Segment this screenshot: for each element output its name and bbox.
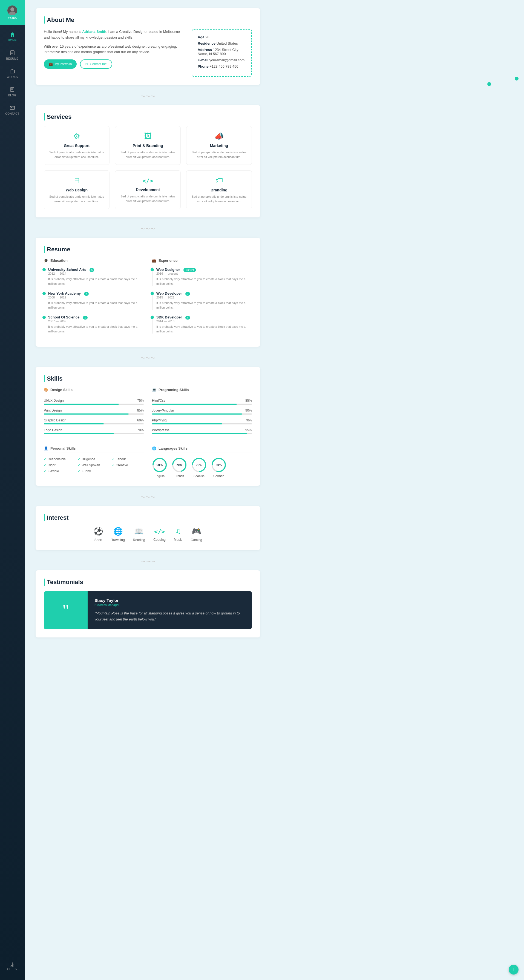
skill-percent: 70%: [137, 428, 144, 432]
interest-item[interactable]: ⚽ Sport: [94, 527, 103, 542]
info-phone: Phone +123 456 789 456: [198, 64, 246, 68]
exp-desc: It is probably very attractive to you to…: [156, 325, 252, 334]
decorative-dot-2: [515, 77, 519, 81]
skill-bar-fill: [152, 433, 247, 434]
testimonial-card: " Stacy Taylor Business Manager "Mountai…: [44, 591, 252, 629]
sidebar-item-getcv[interactable]: GET CV: [7, 958, 17, 975]
scroll-top-button[interactable]: ↑: [509, 965, 519, 975]
edu-date: 2012 — 2014: [48, 272, 144, 275]
service-title: Web Design: [48, 188, 105, 192]
sidebar-item-resume[interactable]: RESUME: [0, 46, 25, 64]
skill-percent: 90%: [245, 409, 252, 412]
resume-section: Resume 🎓 Education University School Art…: [36, 238, 260, 347]
service-title: Print & Branding: [119, 143, 176, 148]
sidebar-item-home[interactable]: HOME: [0, 27, 25, 46]
skill-name: Jquery/Angular: [152, 409, 174, 412]
skill-bar: [152, 414, 252, 415]
programming-icon: 💻: [152, 388, 156, 392]
personal-lang-grid: 👤 Personal Skills ✓Responsible✓Diligence…: [44, 446, 252, 477]
exp-title-row: Web Designer Current: [156, 267, 252, 272]
edu-title-row: School Of Science 1: [48, 315, 144, 320]
info-email: E-mail youremail@gmail.com: [198, 58, 246, 62]
personal-skill-item: ✓Labour: [112, 457, 144, 461]
svg-point-1: [10, 7, 14, 11]
skill-bar: [44, 433, 144, 434]
interest-item[interactable]: ♫ Music: [174, 527, 182, 542]
experience-item: Web Designer Current 2016 — present It i…: [152, 267, 252, 286]
interest-label: Music: [174, 538, 182, 542]
testimonial-author: Stacy Taylor: [94, 598, 245, 603]
sidebar-label-contact: CONTACT: [5, 112, 19, 115]
lang-percent: 75%: [196, 463, 202, 466]
about-section: About Me Hello there! My name is Adriana…: [36, 8, 260, 85]
personal-skill-item: ✓Rigor: [44, 463, 76, 467]
exp-desc: It is probably very attractive to you to…: [156, 277, 252, 286]
programming-skill-row: Jquery/Angular 90%: [152, 409, 252, 415]
interest-item[interactable]: 📖 Reading: [133, 527, 145, 542]
edu-title: School Of Science: [48, 315, 79, 319]
divider-5: 〜〜〜: [36, 558, 260, 565]
sidebar-item-contact[interactable]: CONTACT: [0, 101, 25, 119]
about-text: Hello there! My name is Adriana Smith. I…: [44, 29, 183, 77]
personal-skill-name: Flexible: [48, 469, 59, 473]
skill-bar-fill: [44, 423, 104, 425]
contact-envelope-icon: ✉: [86, 62, 88, 66]
exp-date: 2014 — 2016: [156, 320, 252, 323]
services-section: Services ⚙ Great Support Sed ut perspici…: [36, 105, 260, 217]
lang-name: Frensh: [171, 474, 187, 477]
lang-circle: 70%: [171, 457, 187, 473]
skills-title: Skills: [44, 375, 252, 382]
service-title: Marketing: [191, 143, 248, 148]
interest-item[interactable]: </> Coading: [153, 527, 166, 542]
skill-label-row: UI/UX Design 75%: [44, 399, 144, 402]
skill-percent: 75%: [137, 399, 144, 402]
sidebar-label-works: WORKS: [7, 76, 18, 79]
contact-icon: [9, 105, 16, 111]
email-label: E-mail: [198, 58, 208, 62]
info-residence: Residence United States: [198, 41, 246, 45]
skill-label-row: Html/Css 85%: [152, 399, 252, 402]
interest-item[interactable]: 🌐 Traveling: [111, 527, 125, 542]
service-icon: 🏷: [191, 176, 248, 185]
lang-circle-item: 75% Spanish: [191, 457, 207, 477]
lang-name: German: [211, 474, 226, 477]
sidebar-item-blog[interactable]: BLOG: [0, 83, 25, 101]
personal-skill-item: ✓Flexible: [44, 469, 76, 473]
interest-icon: ⚽: [94, 527, 103, 536]
design-skill-row: Graphic Design 60%: [44, 418, 144, 425]
personal-skill-item: ✓Responsible: [44, 457, 76, 461]
programming-label: Programing Skills: [159, 388, 189, 392]
age-label: Age: [198, 35, 205, 39]
languages-label: Languages Skills: [159, 446, 187, 450]
skill-bar: [152, 404, 252, 405]
lang-circle: 75%: [191, 457, 207, 473]
exp-title: SDK Developer: [156, 315, 182, 319]
skill-bar-fill: [152, 414, 242, 415]
programming-skills-col: 💻 Programing Skills Html/Css 85% Jquery/…: [152, 388, 252, 438]
edu-title-row: University School Arts 5: [48, 267, 144, 272]
experience-icon: 💼: [152, 258, 156, 262]
interest-icon: ♫: [174, 527, 182, 536]
portfolio-button[interactable]: 💼 My Portfolio: [44, 59, 77, 69]
sidebar-item-works[interactable]: WORKS: [0, 64, 25, 83]
languages-header: 🌐 Languages Skills: [152, 446, 252, 453]
contact-button[interactable]: ✉ Contact me: [80, 59, 112, 69]
sidebar-logo[interactable]: it's me.: [0, 0, 25, 25]
about-buttons: 💼 My Portfolio ✉ Contact me: [44, 59, 183, 69]
education-list: University School Arts 5 2012 — 2014 It …: [44, 267, 144, 334]
portfolio-icon: 💼: [49, 62, 53, 66]
design-skills-col: 🎨 Design Skills UI/UX Design 75% Print D…: [44, 388, 144, 438]
edu-date: 2007 — 2009: [48, 320, 144, 323]
interest-item[interactable]: 🎮 Gaming: [191, 527, 202, 542]
design-skills-list: UI/UX Design 75% Print Design 85% Graphi…: [44, 399, 144, 434]
skill-bar: [152, 423, 252, 425]
skill-label-row: Wordpresss 95%: [152, 428, 252, 432]
skill-bar-fill: [44, 404, 119, 405]
phone-label: Phone: [198, 64, 209, 68]
languages-icon: 🌐: [152, 446, 156, 450]
experience-header: 💼 Experience: [152, 258, 252, 262]
service-card: ⚙ Great Support Sed ut perspiciatis unde…: [44, 126, 110, 165]
service-desc: Sed ut perspiciatis unde omnis iste natu…: [119, 194, 176, 203]
testimonial-content: Stacy Taylor Business Manager "Mountain …: [87, 591, 252, 629]
skill-bar-fill: [152, 404, 237, 405]
